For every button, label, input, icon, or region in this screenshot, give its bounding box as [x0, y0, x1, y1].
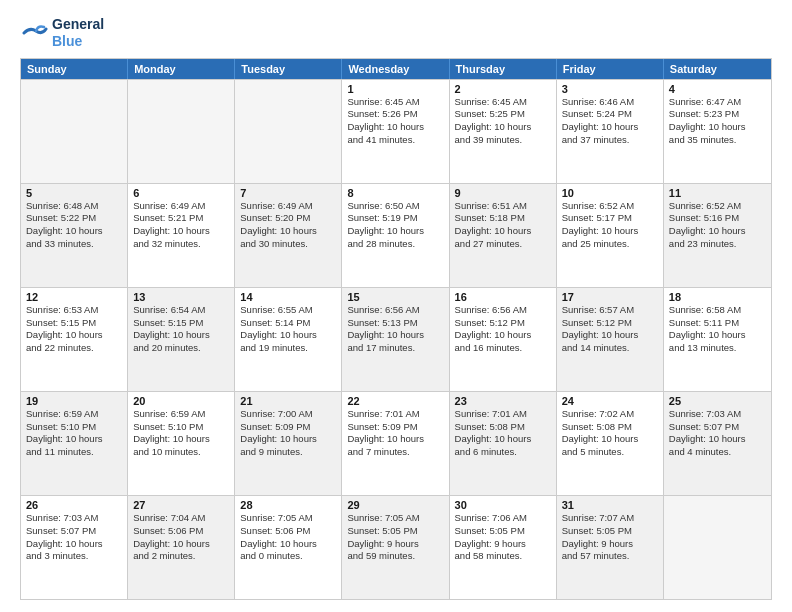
cell-text-line: Sunrise: 6:51 AM — [455, 200, 551, 213]
day-number: 27 — [133, 499, 229, 511]
cell-text-line: Sunrise: 6:56 AM — [455, 304, 551, 317]
day-number: 21 — [240, 395, 336, 407]
cell-text-line: Daylight: 10 hours — [133, 433, 229, 446]
calendar-cell-day-21: 21Sunrise: 7:00 AMSunset: 5:09 PMDayligh… — [235, 392, 342, 495]
calendar-header: SundayMondayTuesdayWednesdayThursdayFrid… — [21, 59, 771, 79]
cell-text-line: Daylight: 10 hours — [26, 538, 122, 551]
cell-text-line: Sunset: 5:18 PM — [455, 212, 551, 225]
header-day-friday: Friday — [557, 59, 664, 79]
day-number: 6 — [133, 187, 229, 199]
cell-text-line: and 16 minutes. — [455, 342, 551, 355]
cell-text-line: and 35 minutes. — [669, 134, 766, 147]
day-number: 31 — [562, 499, 658, 511]
cell-text-line: and 23 minutes. — [669, 238, 766, 251]
calendar-cell-day-3: 3Sunrise: 6:46 AMSunset: 5:24 PMDaylight… — [557, 80, 664, 183]
cell-text-line: and 6 minutes. — [455, 446, 551, 459]
cell-text-line: and 57 minutes. — [562, 550, 658, 563]
cell-text-line: Sunrise: 7:02 AM — [562, 408, 658, 421]
cell-text-line: Daylight: 10 hours — [133, 538, 229, 551]
calendar-cell-day-30: 30Sunrise: 7:06 AMSunset: 5:05 PMDayligh… — [450, 496, 557, 599]
cell-text-line: and 59 minutes. — [347, 550, 443, 563]
day-number: 8 — [347, 187, 443, 199]
calendar-cell-day-29: 29Sunrise: 7:05 AMSunset: 5:05 PMDayligh… — [342, 496, 449, 599]
day-number: 16 — [455, 291, 551, 303]
cell-text-line: Sunset: 5:15 PM — [26, 317, 122, 330]
cell-text-line: Daylight: 10 hours — [455, 433, 551, 446]
cell-text-line: Daylight: 10 hours — [562, 121, 658, 134]
cell-text-line: Daylight: 10 hours — [562, 225, 658, 238]
calendar-cell-empty — [664, 496, 771, 599]
calendar-cell-day-22: 22Sunrise: 7:01 AMSunset: 5:09 PMDayligh… — [342, 392, 449, 495]
cell-text-line: and 28 minutes. — [347, 238, 443, 251]
cell-text-line: Sunrise: 6:50 AM — [347, 200, 443, 213]
header-day-sunday: Sunday — [21, 59, 128, 79]
cell-text-line: Sunrise: 7:07 AM — [562, 512, 658, 525]
cell-text-line: Sunset: 5:25 PM — [455, 108, 551, 121]
cell-text-line: Daylight: 10 hours — [669, 433, 766, 446]
day-number: 12 — [26, 291, 122, 303]
cell-text-line: Sunrise: 7:01 AM — [347, 408, 443, 421]
calendar-cell-day-1: 1Sunrise: 6:45 AMSunset: 5:26 PMDaylight… — [342, 80, 449, 183]
day-number: 26 — [26, 499, 122, 511]
cell-text-line: Daylight: 10 hours — [455, 225, 551, 238]
day-number: 5 — [26, 187, 122, 199]
header-day-saturday: Saturday — [664, 59, 771, 79]
calendar-cell-day-12: 12Sunrise: 6:53 AMSunset: 5:15 PMDayligh… — [21, 288, 128, 391]
cell-text-line: Sunset: 5:10 PM — [26, 421, 122, 434]
cell-text-line: Sunset: 5:13 PM — [347, 317, 443, 330]
day-number: 9 — [455, 187, 551, 199]
cell-text-line: Sunset: 5:08 PM — [562, 421, 658, 434]
cell-text-line: and 7 minutes. — [347, 446, 443, 459]
cell-text-line: Sunrise: 7:03 AM — [26, 512, 122, 525]
cell-text-line: Daylight: 10 hours — [240, 538, 336, 551]
cell-text-line: Sunset: 5:21 PM — [133, 212, 229, 225]
calendar-row-0: 1Sunrise: 6:45 AMSunset: 5:26 PMDaylight… — [21, 79, 771, 183]
header: General Blue — [20, 16, 772, 50]
header-day-monday: Monday — [128, 59, 235, 79]
logo-icon — [20, 19, 48, 47]
cell-text-line: Daylight: 10 hours — [26, 433, 122, 446]
cell-text-line: and 32 minutes. — [133, 238, 229, 251]
calendar-cell-day-6: 6Sunrise: 6:49 AMSunset: 5:21 PMDaylight… — [128, 184, 235, 287]
cell-text-line: Sunset: 5:26 PM — [347, 108, 443, 121]
cell-text-line: Sunrise: 7:05 AM — [347, 512, 443, 525]
cell-text-line: Sunset: 5:12 PM — [455, 317, 551, 330]
cell-text-line: Sunrise: 6:57 AM — [562, 304, 658, 317]
calendar-cell-day-9: 9Sunrise: 6:51 AMSunset: 5:18 PMDaylight… — [450, 184, 557, 287]
cell-text-line: Sunrise: 7:00 AM — [240, 408, 336, 421]
calendar-cell-day-31: 31Sunrise: 7:07 AMSunset: 5:05 PMDayligh… — [557, 496, 664, 599]
day-number: 25 — [669, 395, 766, 407]
cell-text-line: and 13 minutes. — [669, 342, 766, 355]
cell-text-line: and 14 minutes. — [562, 342, 658, 355]
cell-text-line: Daylight: 10 hours — [669, 329, 766, 342]
cell-text-line: Daylight: 10 hours — [133, 225, 229, 238]
cell-text-line: Sunset: 5:15 PM — [133, 317, 229, 330]
calendar-cell-day-14: 14Sunrise: 6:55 AMSunset: 5:14 PMDayligh… — [235, 288, 342, 391]
calendar-cell-day-10: 10Sunrise: 6:52 AMSunset: 5:17 PMDayligh… — [557, 184, 664, 287]
day-number: 7 — [240, 187, 336, 199]
cell-text-line: Sunset: 5:07 PM — [669, 421, 766, 434]
calendar-cell-day-28: 28Sunrise: 7:05 AMSunset: 5:06 PMDayligh… — [235, 496, 342, 599]
day-number: 15 — [347, 291, 443, 303]
calendar-row-3: 19Sunrise: 6:59 AMSunset: 5:10 PMDayligh… — [21, 391, 771, 495]
day-number: 22 — [347, 395, 443, 407]
calendar-row-4: 26Sunrise: 7:03 AMSunset: 5:07 PMDayligh… — [21, 495, 771, 599]
day-number: 24 — [562, 395, 658, 407]
cell-text-line: Sunset: 5:23 PM — [669, 108, 766, 121]
cell-text-line: Sunset: 5:05 PM — [347, 525, 443, 538]
cell-text-line: and 9 minutes. — [240, 446, 336, 459]
day-number: 1 — [347, 83, 443, 95]
cell-text-line: Daylight: 9 hours — [455, 538, 551, 551]
day-number: 19 — [26, 395, 122, 407]
cell-text-line: and 20 minutes. — [133, 342, 229, 355]
cell-text-line: Sunrise: 6:53 AM — [26, 304, 122, 317]
cell-text-line: and 33 minutes. — [26, 238, 122, 251]
cell-text-line: and 22 minutes. — [26, 342, 122, 355]
calendar-cell-day-11: 11Sunrise: 6:52 AMSunset: 5:16 PMDayligh… — [664, 184, 771, 287]
header-day-wednesday: Wednesday — [342, 59, 449, 79]
cell-text-line: Sunrise: 6:46 AM — [562, 96, 658, 109]
cell-text-line: Daylight: 10 hours — [455, 329, 551, 342]
cell-text-line: and 10 minutes. — [133, 446, 229, 459]
calendar-cell-empty — [128, 80, 235, 183]
day-number: 23 — [455, 395, 551, 407]
